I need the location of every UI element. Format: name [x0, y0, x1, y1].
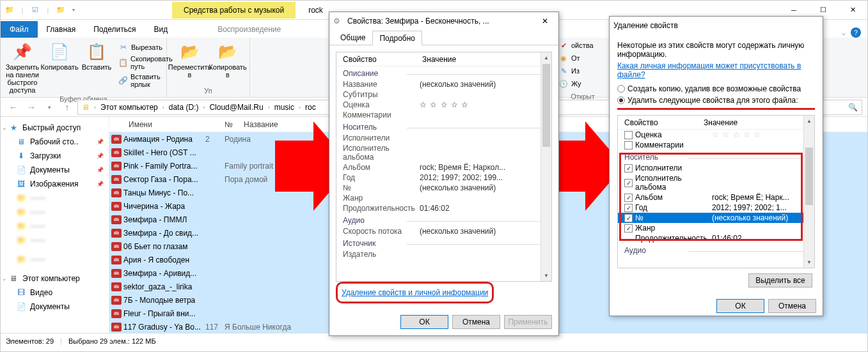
nav-folder-blur[interactable]: 📁——: [1, 191, 109, 205]
prop-row[interactable]: Жанр: [336, 193, 551, 203]
nav-this-pc[interactable]: ⌄🖥Этот компьютер: [1, 272, 109, 286]
nav-desktop[interactable]: 🖥Рабочий сто..📌: [1, 135, 109, 149]
chevron-right-icon[interactable]: ›: [92, 104, 98, 111]
radio-create-copy[interactable]: Создать копию, удалив все возможные свой…: [617, 84, 815, 93]
collapse-ribbon-icon[interactable]: ⌵: [842, 29, 846, 36]
scroll-thumb[interactable]: [542, 64, 550, 147]
chevron-down-icon[interactable]: ⌄: [2, 125, 7, 131]
dialog-titlebar[interactable]: Удаление свойств: [610, 17, 823, 34]
remove-properties-link[interactable]: Удаление свойств и личной информации: [340, 284, 489, 301]
bc-rock[interactable]: roc: [304, 103, 317, 112]
chk-row[interactable]: Исполнители: [618, 163, 814, 173]
prop-row[interactable]: Год2012; 1997; 2002; 199...: [336, 172, 551, 183]
search-icon[interactable]: 🔍: [848, 103, 858, 112]
move-to-button[interactable]: 📂 Переместить в: [172, 40, 207, 80]
chk-row[interactable]: Год2012; 1997; 2002; 1...: [618, 203, 814, 213]
ctx-journal[interactable]: 🕓Жу: [557, 77, 608, 90]
scroll-up-icon[interactable]: ▲: [804, 116, 814, 126]
prop-row[interactable]: Исполнитель альбома: [336, 143, 551, 162]
qat-dropdown-icon[interactable]: ▾: [68, 5, 79, 15]
nav-folder-blur[interactable]: 📁——: [1, 233, 109, 247]
tab-general[interactable]: Общие: [333, 30, 372, 45]
dialog-titlebar[interactable]: ⚙ Свойства: Земфира - Бесконечность, ...…: [329, 12, 558, 30]
paste-button[interactable]: 📋 Вставить: [80, 40, 113, 72]
col-value[interactable]: Значение: [420, 55, 551, 64]
checkbox[interactable]: [624, 179, 633, 187]
checkbox[interactable]: [624, 141, 633, 149]
checkbox[interactable]: [624, 224, 633, 233]
chevron-right-icon[interactable]: ›: [201, 104, 207, 111]
tab-share[interactable]: Поделиться: [84, 21, 145, 38]
nav-history-button[interactable]: ▾: [42, 100, 57, 115]
chk-row[interactable]: Альбомrock; Время Ё; Нарк...: [618, 192, 814, 203]
ctx-open[interactable]: ◉От: [557, 52, 608, 65]
ok-button[interactable]: ОК: [716, 299, 764, 313]
tab-details[interactable]: Подробно: [372, 31, 422, 45]
checkbox[interactable]: [624, 131, 633, 139]
prop-row[interactable]: №(несколько значений): [336, 183, 551, 193]
scrollbar[interactable]: ▲ ▼: [803, 116, 814, 268]
prop-row[interactable]: Исполнители: [336, 133, 551, 143]
dialog-close-button[interactable]: ✕: [535, 15, 555, 27]
cut-button[interactable]: ✂Вырезать: [117, 42, 175, 53]
apply-button[interactable]: Применить: [504, 315, 552, 329]
chevron-right-icon[interactable]: ›: [297, 104, 303, 111]
nav-back-button[interactable]: ←: [6, 100, 21, 115]
column-name[interactable]: Имени: [123, 120, 219, 129]
select-all-button[interactable]: Выделить все: [748, 273, 812, 287]
radio-remove-selected[interactable]: Удалить следующие свойства для этого фай…: [617, 96, 815, 105]
col-property[interactable]: Свойство: [618, 118, 701, 127]
copy-button[interactable]: 📄 Копировать: [43, 40, 76, 72]
chevron-right-icon[interactable]: ›: [161, 104, 166, 111]
nav-images[interactable]: 🖼Изображения📌: [1, 177, 109, 191]
checkbox[interactable]: [624, 164, 633, 172]
nav-folder-blur[interactable]: 📁——: [1, 252, 109, 266]
music-tools-tab[interactable]: Средства работы с музыкой: [172, 2, 296, 19]
close-button[interactable]: ✕: [838, 1, 867, 20]
tab-view[interactable]: Вид: [145, 21, 177, 38]
scroll-thumb[interactable]: [805, 148, 813, 205]
bc-pc[interactable]: Этот компьютер: [99, 103, 159, 112]
col-property[interactable]: Свойство: [336, 55, 420, 64]
chk-row[interactable]: Оценка☆ ☆ ☆ ☆ ☆: [618, 130, 814, 140]
nav-up-button[interactable]: ↑: [59, 100, 75, 115]
chk-row[interactable]: Комментарии: [618, 140, 814, 150]
nav-quick-access[interactable]: ⌄★Быстрый доступ: [1, 121, 109, 135]
ctx-props[interactable]: ✔ойства: [557, 39, 608, 52]
scroll-up-icon[interactable]: ▲: [541, 52, 551, 63]
scroll-down-icon[interactable]: ▼: [541, 270, 551, 281]
nav-folder-blur[interactable]: 📁——: [1, 205, 109, 219]
scroll-down-icon[interactable]: ▼: [804, 257, 814, 268]
checkbox[interactable]: [624, 204, 633, 212]
rating-stars[interactable]: ☆ ☆ ☆ ☆ ☆: [420, 100, 545, 109]
qat-folder-icon[interactable]: 📁: [56, 5, 66, 15]
nav-documents-2[interactable]: 📄Документы: [1, 300, 109, 314]
bc-cloud[interactable]: Cloud@Mail.Ru: [208, 103, 264, 112]
info-link[interactable]: Какая личная информация может присутство…: [617, 61, 815, 79]
prop-row[interactable]: Альбомrock; Время Ё; Наркол...: [336, 162, 551, 172]
col-value[interactable]: Значение: [701, 118, 814, 127]
nav-forward-button[interactable]: →: [24, 100, 39, 115]
tab-home[interactable]: Главная: [38, 21, 85, 38]
prop-row[interactable]: Оценка☆ ☆ ☆ ☆ ☆: [336, 100, 551, 110]
copy-to-button[interactable]: 📂 Копировать в: [211, 40, 244, 80]
column-number[interactable]: №: [219, 120, 239, 129]
radio-icon[interactable]: [617, 85, 625, 93]
chevron-right-icon[interactable]: ›: [266, 104, 272, 111]
nav-videos[interactable]: 🎞Видео: [1, 286, 109, 300]
checkbox[interactable]: [624, 194, 633, 202]
paste-shortcut-button[interactable]: 🔗Вставить ярлык: [117, 72, 175, 89]
tab-file[interactable]: Файл: [1, 21, 38, 38]
chk-row[interactable]: Исполнитель альбома: [618, 173, 814, 192]
prop-row[interactable]: Издатель: [336, 249, 551, 259]
pin-button[interactable]: 📌 Закрепить на панели быстрого доступа: [6, 40, 39, 95]
copy-path-button[interactable]: 📋Скопировать путь: [117, 54, 175, 71]
nav-documents[interactable]: 📄Документы📌: [1, 163, 109, 177]
prop-row[interactable]: Продолжительность01:46:02: [336, 203, 551, 213]
nav-folder-blur[interactable]: 📁——: [1, 219, 109, 233]
tab-play[interactable]: Воспроизведение: [209, 21, 290, 38]
prop-row[interactable]: Субтитры: [336, 89, 551, 100]
chevron-down-icon[interactable]: ⌄: [2, 275, 7, 282]
help-icon[interactable]: ?: [851, 27, 861, 38]
ctx-edit[interactable]: ✎Из: [557, 65, 608, 77]
